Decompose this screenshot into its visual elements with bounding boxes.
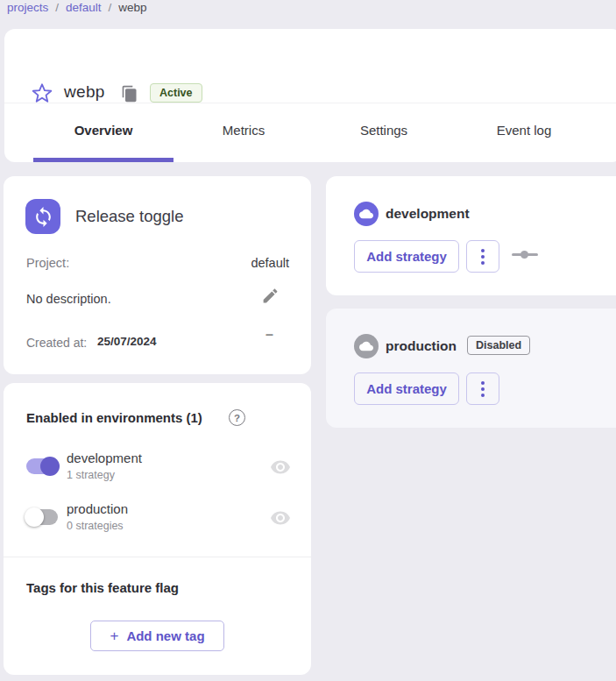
- more-options-kebab-icon[interactable]: [466, 372, 499, 405]
- edit-description-icon[interactable]: [261, 287, 284, 309]
- visibility-eye-icon[interactable]: [270, 457, 291, 478]
- toggle-development[interactable]: [26, 458, 58, 474]
- toggle-production[interactable]: [26, 509, 58, 525]
- environment-strategy-count: 1 strategy: [67, 469, 115, 481]
- add-new-tag-button[interactable]: + Add new tag: [90, 621, 224, 651]
- breadcrumb: projects / default / webp: [7, 1, 147, 14]
- feature-details-card: Release toggle Project: default No descr…: [4, 176, 311, 374]
- disabled-badge: Disabled: [467, 336, 530, 355]
- section-divider: [4, 557, 311, 557]
- add-strategy-button[interactable]: Add strategy: [354, 372, 459, 405]
- page-title: webp: [64, 82, 105, 102]
- description-text: No description.: [26, 292, 111, 306]
- project-value[interactable]: default: [251, 256, 289, 270]
- help-icon[interactable]: ?: [229, 409, 245, 426]
- environment-card-title: development: [386, 206, 470, 222]
- more-options-kebab-icon[interactable]: [466, 240, 499, 273]
- release-toggle-icon: [25, 199, 60, 234]
- copy-name-icon[interactable]: [121, 85, 140, 104]
- kebab-dot: [481, 255, 485, 259]
- environments-panel-title: Enabled in environments (1): [26, 410, 202, 425]
- dash-placeholder: –: [266, 327, 273, 343]
- breadcrumb-separator: /: [109, 1, 112, 14]
- tags-section-title: Tags for this feature flag: [26, 580, 179, 595]
- status-badge: Active: [150, 83, 202, 103]
- tab-metrics[interactable]: Metrics: [173, 103, 314, 158]
- feature-type-title: Release toggle: [75, 207, 183, 226]
- environment-name: production: [67, 501, 128, 516]
- environment-strategy-count: 0 strategies: [67, 520, 124, 532]
- visibility-eye-icon[interactable]: [270, 507, 291, 528]
- add-strategy-button[interactable]: Add strategy: [354, 240, 459, 273]
- active-tab-indicator: [33, 158, 173, 162]
- environments-panel: Enabled in environments (1) ? developmen…: [4, 383, 311, 675]
- tab-overview[interactable]: Overview: [33, 103, 173, 158]
- project-label: Project:: [26, 256, 69, 270]
- breadcrumb-current: webp: [118, 1, 146, 14]
- breadcrumb-default[interactable]: default: [66, 1, 102, 14]
- production-strategies-card: production Disabled Add strategy: [326, 309, 616, 428]
- kebab-dot: [481, 394, 485, 397]
- cloud-environment-icon: [354, 202, 379, 226]
- development-strategies-card: development Add strategy: [326, 176, 616, 295]
- kebab-dot: [481, 387, 485, 391]
- feature-header-card: webp Active Overview Metrics Settings Ev…: [4, 29, 616, 162]
- strategy-connector-icon: [512, 248, 538, 260]
- favorite-star-icon[interactable]: [31, 82, 53, 104]
- created-at-value: 25/07/2024: [97, 335, 157, 348]
- cloud-environment-icon: [354, 334, 379, 358]
- tab-settings[interactable]: Settings: [314, 103, 454, 158]
- environment-card-title: production: [386, 338, 457, 354]
- breadcrumb-separator: /: [55, 1, 59, 14]
- kebab-dot: [481, 261, 485, 265]
- add-new-tag-label: Add new tag: [126, 628, 204, 643]
- plus-icon: +: [110, 628, 118, 645]
- tab-event-log[interactable]: Event log: [454, 103, 594, 158]
- tab-bar: Overview Metrics Settings Event log: [33, 103, 594, 158]
- breadcrumb-projects[interactable]: projects: [7, 1, 48, 14]
- created-at-label: Created at:: [26, 336, 87, 350]
- environment-name: development: [67, 450, 142, 465]
- kebab-dot: [481, 381, 485, 385]
- kebab-dot: [481, 249, 485, 252]
